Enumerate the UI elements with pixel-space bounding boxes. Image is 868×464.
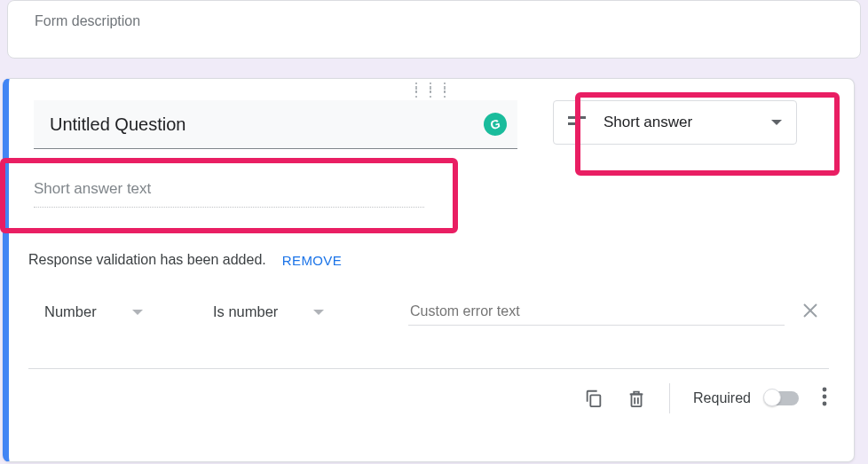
question-footer: Required	[9, 369, 854, 413]
validation-controls: Number Is number	[44, 298, 818, 326]
required-toggle[interactable]	[765, 391, 799, 405]
validation-close-button[interactable]	[802, 303, 818, 322]
validation-error-text-input[interactable]	[408, 298, 785, 326]
short-answer-icon	[568, 116, 586, 129]
validation-added-text: Response validation has been added.	[28, 252, 266, 268]
drag-handle[interactable]: ⋮⋮⋮⋮⋮⋮	[9, 79, 854, 100]
chevron-down-icon	[771, 120, 782, 125]
validation-type-label: Number	[44, 303, 97, 320]
svg-point-8	[823, 395, 827, 399]
svg-rect-1	[568, 122, 579, 125]
svg-rect-0	[568, 116, 586, 119]
chevron-down-icon	[313, 310, 324, 315]
duplicate-button[interactable]	[584, 389, 604, 408]
question-card: ⋮⋮⋮⋮⋮⋮ G Short answer Short answer text …	[3, 78, 855, 462]
short-answer-placeholder: Short answer text	[34, 180, 424, 208]
question-title-input[interactable]	[50, 114, 484, 135]
svg-point-9	[823, 402, 827, 406]
svg-point-7	[823, 388, 827, 392]
question-type-dropdown[interactable]: Short answer	[553, 100, 797, 145]
validation-type-select[interactable]: Number	[44, 303, 195, 320]
delete-button[interactable]	[627, 388, 646, 409]
question-title-wrap: G	[34, 100, 517, 149]
validation-condition-select[interactable]: Is number	[213, 303, 391, 320]
validation-remove-button[interactable]: REMOVE	[282, 253, 342, 268]
footer-divider	[669, 383, 670, 413]
validation-status-row: Response validation has been added. REMO…	[28, 252, 829, 268]
form-header-card: Form description	[7, 0, 861, 59]
svg-rect-4	[590, 395, 600, 406]
chevron-down-icon	[132, 310, 143, 315]
more-options-button[interactable]	[822, 387, 827, 410]
grammarly-icon[interactable]: G	[481, 110, 509, 138]
form-description-field[interactable]: Form description	[35, 13, 833, 29]
question-type-label: Short answer	[604, 114, 754, 131]
drag-handle-icon: ⋮⋮⋮⋮⋮⋮	[410, 84, 453, 95]
validation-condition-label: Is number	[213, 303, 278, 320]
toggle-knob	[763, 389, 781, 406]
required-label: Required	[693, 390, 751, 406]
